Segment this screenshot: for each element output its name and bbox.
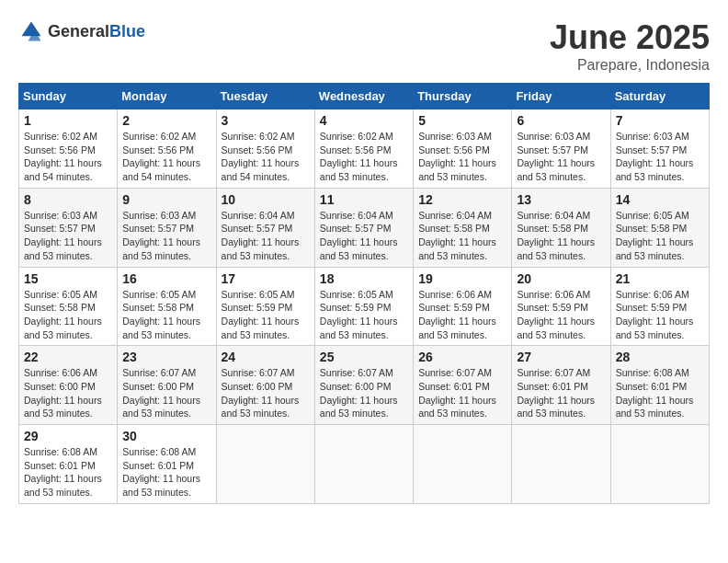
day-number: 27: [517, 350, 605, 364]
day-number: 28: [616, 350, 704, 364]
day-number: 25: [320, 350, 408, 364]
table-row: 10 Sunrise: 6:04 AM Sunset: 5:57 PM Dayl…: [216, 188, 314, 267]
day-info: Sunrise: 6:04 AM Sunset: 5:57 PM Dayligh…: [320, 209, 408, 263]
day-number: 18: [320, 271, 408, 286]
day-info: Sunrise: 6:08 AM Sunset: 6:01 PM Dayligh…: [616, 366, 704, 420]
page-header: GeneralBlue June 2025 Parepare, Indonesi…: [18, 18, 710, 74]
empty-cell: [414, 425, 512, 504]
table-row: 6 Sunrise: 6:03 AM Sunset: 5:57 PM Dayli…: [512, 109, 610, 189]
svg-marker-1: [22, 22, 41, 37]
table-row: 24 Sunrise: 6:07 AM Sunset: 6:00 PM Dayl…: [216, 346, 314, 425]
day-number: 14: [616, 192, 704, 207]
calendar-title: June 2025: [550, 18, 710, 57]
day-info: Sunrise: 6:02 AM Sunset: 5:56 PM Dayligh…: [320, 130, 408, 184]
day-info: Sunrise: 6:05 AM Sunset: 5:58 PM Dayligh…: [24, 288, 112, 342]
day-info: Sunrise: 6:03 AM Sunset: 5:56 PM Dayligh…: [418, 130, 506, 184]
calendar-week-row: 15 Sunrise: 6:05 AM Sunset: 5:58 PM Dayl…: [19, 267, 710, 346]
day-number: 9: [122, 192, 210, 207]
table-row: 13 Sunrise: 6:04 AM Sunset: 5:58 PM Dayl…: [512, 188, 610, 267]
day-number: 23: [122, 350, 210, 364]
empty-cell: [610, 425, 709, 504]
calendar-week-row: 8 Sunrise: 6:03 AM Sunset: 5:57 PM Dayli…: [19, 188, 710, 267]
calendar-week-row: 1 Sunrise: 6:02 AM Sunset: 5:56 PM Dayli…: [19, 109, 710, 189]
table-row: 5 Sunrise: 6:03 AM Sunset: 5:56 PM Dayli…: [414, 109, 512, 189]
day-number: 21: [616, 271, 704, 286]
table-row: 27 Sunrise: 6:07 AM Sunset: 6:01 PM Dayl…: [512, 346, 610, 425]
day-number: 15: [24, 271, 112, 286]
day-info: Sunrise: 6:07 AM Sunset: 6:00 PM Dayligh…: [222, 366, 310, 420]
table-row: 23 Sunrise: 6:07 AM Sunset: 6:00 PM Dayl…: [118, 346, 216, 425]
day-info: Sunrise: 6:07 AM Sunset: 6:01 PM Dayligh…: [517, 366, 605, 420]
table-row: 21 Sunrise: 6:06 AM Sunset: 5:59 PM Dayl…: [610, 267, 709, 346]
day-info: Sunrise: 6:08 AM Sunset: 6:01 PM Dayligh…: [24, 445, 112, 500]
day-info: Sunrise: 6:05 AM Sunset: 5:59 PM Dayligh…: [222, 288, 310, 342]
day-number: 29: [24, 429, 112, 443]
table-row: 26 Sunrise: 6:07 AM Sunset: 6:01 PM Dayl…: [414, 346, 512, 425]
table-row: 18 Sunrise: 6:05 AM Sunset: 5:59 PM Dayl…: [314, 267, 413, 346]
table-row: 16 Sunrise: 6:05 AM Sunset: 5:58 PM Dayl…: [118, 267, 216, 346]
day-info: Sunrise: 6:06 AM Sunset: 6:00 PM Dayligh…: [24, 366, 112, 420]
table-row: 14 Sunrise: 6:05 AM Sunset: 5:58 PM Dayl…: [610, 188, 709, 267]
table-row: 2 Sunrise: 6:02 AM Sunset: 5:56 PM Dayli…: [118, 109, 216, 189]
day-info: Sunrise: 6:06 AM Sunset: 5:59 PM Dayligh…: [418, 288, 506, 342]
col-wednesday: Wednesday: [314, 84, 413, 109]
day-number: 24: [222, 350, 310, 364]
day-info: Sunrise: 6:06 AM Sunset: 5:59 PM Dayligh…: [616, 288, 704, 342]
day-number: 26: [418, 350, 506, 364]
table-row: 3 Sunrise: 6:02 AM Sunset: 5:56 PM Dayli…: [216, 109, 314, 189]
day-info: Sunrise: 6:03 AM Sunset: 5:57 PM Dayligh…: [616, 130, 704, 184]
table-row: 15 Sunrise: 6:05 AM Sunset: 5:58 PM Dayl…: [19, 267, 118, 346]
table-row: 20 Sunrise: 6:06 AM Sunset: 5:59 PM Dayl…: [512, 267, 610, 346]
table-row: 19 Sunrise: 6:06 AM Sunset: 5:59 PM Dayl…: [414, 267, 512, 346]
day-info: Sunrise: 6:06 AM Sunset: 5:59 PM Dayligh…: [517, 288, 605, 342]
day-info: Sunrise: 6:07 AM Sunset: 6:00 PM Dayligh…: [320, 366, 408, 420]
day-number: 5: [418, 113, 506, 128]
day-info: Sunrise: 6:02 AM Sunset: 5:56 PM Dayligh…: [222, 130, 310, 184]
day-info: Sunrise: 6:03 AM Sunset: 5:57 PM Dayligh…: [122, 209, 210, 263]
table-row: 29 Sunrise: 6:08 AM Sunset: 6:01 PM Dayl…: [19, 425, 118, 504]
day-number: 12: [418, 192, 506, 207]
day-number: 3: [222, 113, 310, 128]
day-info: Sunrise: 6:02 AM Sunset: 5:56 PM Dayligh…: [24, 130, 112, 184]
table-row: 25 Sunrise: 6:07 AM Sunset: 6:00 PM Dayl…: [314, 346, 413, 425]
logo: GeneralBlue: [18, 18, 145, 44]
day-number: 17: [222, 271, 310, 286]
col-saturday: Saturday: [610, 84, 709, 109]
title-block: June 2025 Parepare, Indonesia: [550, 18, 710, 74]
table-row: 22 Sunrise: 6:06 AM Sunset: 6:00 PM Dayl…: [19, 346, 118, 425]
day-info: Sunrise: 6:03 AM Sunset: 5:57 PM Dayligh…: [24, 209, 112, 263]
day-info: Sunrise: 6:07 AM Sunset: 6:01 PM Dayligh…: [418, 366, 506, 420]
table-row: 12 Sunrise: 6:04 AM Sunset: 5:58 PM Dayl…: [414, 188, 512, 267]
logo-text-general: General: [48, 22, 109, 40]
day-number: 7: [616, 113, 704, 128]
table-row: 30 Sunrise: 6:08 AM Sunset: 6:01 PM Dayl…: [118, 425, 216, 504]
col-thursday: Thursday: [414, 84, 512, 109]
day-number: 6: [517, 113, 605, 128]
day-number: 10: [222, 192, 310, 207]
calendar-week-row: 22 Sunrise: 6:06 AM Sunset: 6:00 PM Dayl…: [19, 346, 710, 425]
day-info: Sunrise: 6:04 AM Sunset: 5:57 PM Dayligh…: [222, 209, 310, 263]
day-info: Sunrise: 6:02 AM Sunset: 5:56 PM Dayligh…: [122, 130, 210, 184]
calendar-location: Parepare, Indonesia: [550, 57, 710, 74]
logo-text-blue: Blue: [109, 22, 145, 40]
table-row: 4 Sunrise: 6:02 AM Sunset: 5:56 PM Dayli…: [314, 109, 413, 189]
day-number: 22: [24, 350, 112, 364]
table-row: 7 Sunrise: 6:03 AM Sunset: 5:57 PM Dayli…: [610, 109, 709, 189]
table-row: 1 Sunrise: 6:02 AM Sunset: 5:56 PM Dayli…: [19, 109, 118, 189]
empty-cell: [314, 425, 413, 504]
table-row: 17 Sunrise: 6:05 AM Sunset: 5:59 PM Dayl…: [216, 267, 314, 346]
day-number: 20: [517, 271, 605, 286]
col-tuesday: Tuesday: [216, 84, 314, 109]
empty-cell: [512, 425, 610, 504]
day-number: 13: [517, 192, 605, 207]
calendar-week-row: 29 Sunrise: 6:08 AM Sunset: 6:01 PM Dayl…: [19, 425, 710, 504]
day-info: Sunrise: 6:08 AM Sunset: 6:01 PM Dayligh…: [122, 445, 210, 500]
day-info: Sunrise: 6:04 AM Sunset: 5:58 PM Dayligh…: [418, 209, 506, 263]
calendar-table: Sunday Monday Tuesday Wednesday Thursday…: [18, 83, 710, 504]
day-number: 1: [24, 113, 112, 128]
col-sunday: Sunday: [19, 84, 118, 109]
day-number: 8: [24, 192, 112, 207]
table-row: 11 Sunrise: 6:04 AM Sunset: 5:57 PM Dayl…: [314, 188, 413, 267]
day-info: Sunrise: 6:07 AM Sunset: 6:00 PM Dayligh…: [122, 366, 210, 420]
day-info: Sunrise: 6:05 AM Sunset: 5:59 PM Dayligh…: [320, 288, 408, 342]
